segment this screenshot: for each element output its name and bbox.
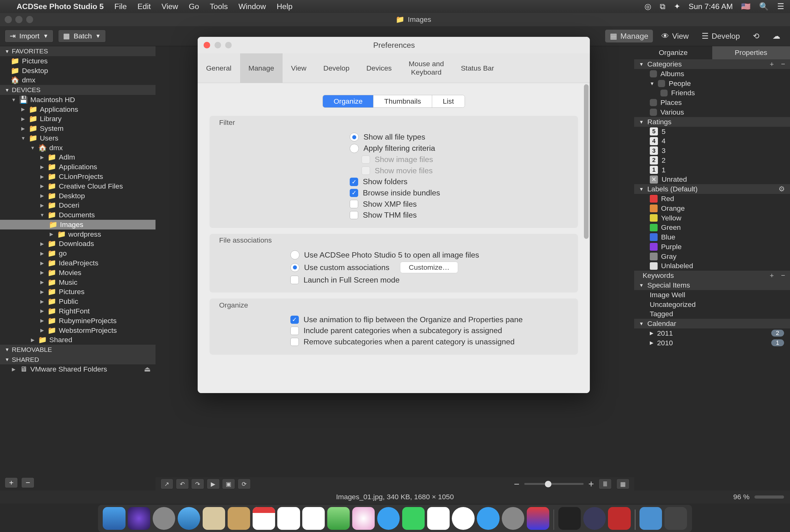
rating-3[interactable]: 33	[634, 146, 790, 155]
folder-rightfont[interactable]: ▶📁RightFont	[0, 306, 155, 316]
dock-calendar-icon[interactable]	[252, 507, 275, 530]
dock-1password-icon[interactable]	[583, 507, 606, 530]
calendar-2011[interactable]: ▶20112	[634, 328, 790, 338]
label-red[interactable]: Red	[634, 194, 790, 204]
label-blue[interactable]: Blue	[634, 232, 790, 242]
rating-1[interactable]: 11	[634, 165, 790, 175]
chk-show-folders[interactable]	[350, 178, 358, 186]
menubar-displays-icon[interactable]: ⧉	[660, 2, 665, 11]
mode-cloud[interactable]: ☁	[768, 30, 785, 42]
category-albums[interactable]: Albums	[634, 69, 790, 79]
radio-show-all[interactable]	[350, 133, 359, 142]
favorites-header[interactable]: ▼FAVORITES	[0, 46, 155, 56]
dock-launchpad-icon[interactable]	[153, 507, 175, 530]
menu-window[interactable]: Window	[239, 2, 266, 11]
label-green[interactable]: Green	[634, 223, 790, 232]
zoom-in-icon[interactable]: +	[588, 479, 594, 490]
mode-manage[interactable]: ▦ Manage	[605, 30, 653, 42]
chk-browse-bundles[interactable]	[350, 189, 358, 197]
window-zoom-button[interactable]	[26, 16, 33, 23]
rating-4[interactable]: 44	[634, 136, 790, 146]
dock-photos-icon[interactable]	[352, 507, 375, 530]
play-icon[interactable]: ▶	[207, 479, 220, 489]
zoom-out-icon[interactable]: −	[514, 479, 520, 490]
dock-magnet-icon[interactable]	[527, 507, 549, 530]
view-grid-icon[interactable]: ▦	[616, 479, 629, 489]
dock-finder-icon[interactable]	[103, 507, 125, 530]
menubar-app-icon[interactable]: ✦	[674, 2, 680, 11]
tab-organize[interactable]: Organize	[634, 46, 712, 59]
menu-file[interactable]: File	[114, 2, 127, 11]
categories-header[interactable]: ▼Categories+−	[634, 59, 790, 69]
folder-users[interactable]: ▼📁Users	[0, 133, 155, 143]
folder-movies[interactable]: ▶📁Movies	[0, 268, 155, 278]
label-orange[interactable]: Orange	[634, 204, 790, 213]
menubar-list-icon[interactable]: ☰	[777, 2, 784, 11]
refresh-icon[interactable]: ⟳	[238, 479, 251, 489]
dock-app-icon[interactable]	[228, 507, 250, 530]
folder-public[interactable]: ▶📁Public	[0, 297, 155, 306]
folder-shared[interactable]: ▶📁Shared	[0, 335, 155, 345]
folder-go[interactable]: ▶📁go	[0, 248, 155, 258]
dock-settings-icon[interactable]	[502, 507, 524, 530]
dock-news-icon[interactable]	[427, 507, 450, 530]
chk-include-parent[interactable]	[290, 327, 299, 335]
add-button[interactable]: +	[5, 477, 18, 488]
label-yellow[interactable]: Yellow	[634, 213, 790, 223]
mode-view[interactable]: 👁 View	[657, 30, 694, 42]
chk-show-xmp[interactable]	[350, 200, 358, 208]
dock-safari-icon[interactable]	[178, 507, 200, 530]
fav-dmx[interactable]: 🏠dmx	[0, 76, 155, 85]
compare-icon[interactable]: ▣	[222, 479, 235, 489]
menubar-flag-icon[interactable]: 🇺🇸	[741, 2, 751, 11]
menu-go[interactable]: Go	[189, 2, 199, 11]
folder-adlm[interactable]: ▶📁Adlm	[0, 153, 155, 162]
removable-header[interactable]: ▼REMOVABLE	[0, 345, 155, 355]
rating-2[interactable]: 22	[634, 155, 790, 165]
folder-library[interactable]: ▶📁Library	[0, 114, 155, 124]
radio-apply-filter[interactable]	[350, 144, 359, 153]
special-image-well[interactable]: Image Well	[634, 290, 790, 300]
device-macintosh-hd[interactable]: ▼💾Macintosh HD	[0, 95, 155, 104]
folder-creative-cloud[interactable]: ▶📁Creative Cloud Files	[0, 182, 155, 191]
seg-organize[interactable]: Organize	[323, 95, 374, 107]
special-tagged[interactable]: Tagged	[634, 309, 790, 319]
chk-fullscreen[interactable]	[290, 276, 299, 284]
menu-tools[interactable]: Tools	[210, 2, 228, 11]
chk-show-thm[interactable]	[350, 211, 358, 220]
dock-messages-icon[interactable]	[377, 507, 400, 530]
dock-itunes-icon[interactable]	[452, 507, 474, 530]
customize-button[interactable]: Customize…	[400, 262, 458, 273]
dock-reminders-icon[interactable]	[302, 507, 325, 530]
rating-5[interactable]: 55	[634, 127, 790, 136]
label-gray[interactable]: Gray	[634, 252, 790, 261]
dock-appstore-icon[interactable]	[477, 507, 499, 530]
dock-contacts-icon[interactable]	[203, 507, 225, 530]
dock-facetime-icon[interactable]	[402, 507, 425, 530]
category-various[interactable]: Various	[634, 108, 790, 117]
thumbnail-size-slider[interactable]	[524, 483, 584, 485]
menu-edit[interactable]: Edit	[137, 2, 151, 11]
tab-properties[interactable]: Properties	[712, 46, 790, 59]
pref-tab-mouse-keyboard[interactable]: Mouse andKeyboard	[400, 53, 452, 83]
category-places[interactable]: Places	[634, 98, 790, 108]
folder-rubymineprojects[interactable]: ▶📁RubymineProjects	[0, 316, 155, 326]
pref-tab-develop[interactable]: Develop	[315, 53, 358, 83]
menubar-spotlight-icon[interactable]: 🔍	[759, 2, 769, 11]
fav-pictures[interactable]: 📁Pictures	[0, 56, 155, 66]
chk-use-animation[interactable]	[290, 316, 299, 324]
folder-downloads[interactable]: ▶📁Downloads	[0, 239, 155, 249]
fav-desktop[interactable]: 📁Desktop	[0, 66, 155, 76]
folder-desktop[interactable]: ▶📁Desktop	[0, 191, 155, 201]
folder-ideaprojects[interactable]: ▶📁IdeaProjects	[0, 258, 155, 268]
window-minimize-button[interactable]	[15, 16, 22, 23]
folder-images-selected[interactable]: 📁Images	[0, 220, 155, 229]
radio-use-custom[interactable]	[290, 263, 299, 272]
remove-button[interactable]: −	[21, 477, 34, 488]
pref-close-button[interactable]	[204, 42, 210, 49]
batch-button[interactable]: ▦ Batch ▼	[58, 30, 106, 42]
folder-music[interactable]: ▶📁Music	[0, 278, 155, 287]
folder-user-dmx[interactable]: ▼🏠dmx	[0, 143, 155, 153]
seg-list[interactable]: List	[432, 95, 465, 107]
menu-view[interactable]: View	[162, 2, 178, 11]
